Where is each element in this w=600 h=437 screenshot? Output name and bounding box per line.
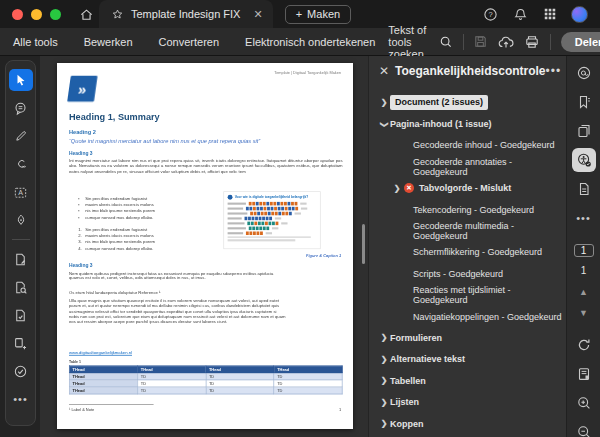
star-icon[interactable] (111, 8, 124, 21)
doc-figure: Voor wie is digitale toegankelijkheid be… (223, 191, 320, 249)
tree-item-koppen[interactable]: ❯ Koppen (369, 413, 566, 434)
tree-item-gecodeerde-multimedia[interactable]: Gecodeerde multimedia - Goedgekeurd (369, 220, 566, 241)
close-panel-icon[interactable]: ✕ (379, 64, 389, 78)
tree-item-navigatiekoppelingen[interactable]: Navigatiekoppelingen - Goedgekeurd (369, 306, 566, 327)
comment-tool-button[interactable] (9, 97, 33, 119)
scan-search-tool-button[interactable] (9, 276, 33, 298)
tree-item-formulieren[interactable]: ❯ Formulieren (369, 327, 566, 348)
tree-item-label: Pagina-inhoud (1 issue) (390, 119, 492, 129)
pdf-page[interactable]: Template | Digitaal Toegankelijk Maken »… (57, 63, 353, 429)
chevron-right-icon[interactable]: ❯ (378, 398, 390, 407)
search-input[interactable]: Tekst of tools zoeken (388, 24, 452, 60)
chevron-right-icon[interactable]: ❯ (378, 333, 390, 342)
select-tool-button[interactable] (9, 69, 33, 91)
tree-item-tekencodering[interactable]: Tekencodering - Goedgekeurd (369, 199, 566, 220)
minimize-window-button[interactable] (31, 9, 42, 20)
notifications-bell-icon[interactable] (511, 5, 529, 23)
accessibility-checker-panel: ✕ Toegankelijkheidscontrole ••• ❯ Docume… (368, 56, 566, 437)
chevron-right-icon[interactable]: ❯ (378, 98, 390, 107)
print-icon[interactable] (524, 33, 540, 51)
protect-document-tool-button[interactable] (9, 304, 33, 326)
draw-lasso-tool-button[interactable] (9, 153, 33, 175)
tree-item-alternatieve-tekst[interactable]: ❯ Alternatieve tekst (369, 349, 566, 370)
menu-alle-tools[interactable]: Alle tools (0, 36, 71, 48)
menu-converteren[interactable]: Converteren (146, 36, 233, 48)
tree-item-label: Lijsten (390, 397, 419, 407)
doc-heading2: Heading 2 (69, 129, 96, 135)
figure-logo-icon (228, 195, 233, 200)
vertical-scrollbar[interactable] (362, 224, 365, 264)
failed-status-icon: ✕ (404, 183, 414, 193)
save-icon[interactable] (473, 33, 488, 51)
help-icon[interactable]: ? (481, 5, 499, 23)
more-panels-button[interactable]: ••• (572, 206, 596, 230)
attachments-panel-button[interactable] (572, 177, 596, 201)
home-button[interactable] (73, 3, 99, 25)
table-cell: THead (69, 373, 137, 380)
highlight-pen-tool-button[interactable] (9, 125, 33, 147)
close-tab-icon[interactable]: ✕ (253, 8, 262, 21)
organize-pages-tool-button[interactable] (9, 332, 33, 354)
chevron-right-icon[interactable]: ❯ (378, 355, 390, 364)
comments-panel-button[interactable] (572, 61, 596, 85)
doc-hyperlink[interactable]: www.digitaaltoegankelijkmaken.nl (69, 351, 132, 355)
doc-table: THead THead THead THead THead TD TD TD (69, 365, 343, 394)
create-button[interactable]: + Maken (285, 5, 351, 24)
fill-sign-tool-button[interactable] (9, 209, 33, 231)
more-tools-button[interactable]: ••• (9, 388, 33, 410)
search-icon (439, 35, 453, 49)
doc-reference-line: Os etum hital landaeperia doluptatur Ref… (69, 290, 295, 294)
table-header-cell: THead (274, 366, 342, 373)
table-cell: TD (138, 380, 206, 387)
user-avatar[interactable] (571, 6, 588, 23)
tree-item-label: Reacties met tijdslimiet - Goedgekeurd (413, 285, 566, 305)
tree-item-schermflikkering[interactable]: Schermflikkering - Goedgekeurd (369, 242, 566, 263)
pages-panel-button[interactable] (572, 119, 596, 143)
table-cell: TD (138, 387, 206, 394)
doc-heading3: Heading 3 (69, 151, 93, 156)
tree-item-label: Formulieren (390, 333, 442, 343)
chevron-right-icon[interactable]: ❯ (378, 376, 390, 385)
accessibility-panel-button[interactable] (572, 148, 596, 172)
chevron-right-icon[interactable]: ❯ (378, 419, 390, 428)
page-display-settings-icon[interactable] (572, 362, 596, 386)
menu-elektronisch-ondertekenen[interactable]: Elektronisch ondertekenen (232, 36, 388, 48)
previous-page-chevron-icon[interactable]: ▲ (579, 287, 588, 297)
upload-cloud-icon[interactable] (498, 33, 514, 51)
table-cell: THead (69, 387, 137, 394)
share-button[interactable]: Delen (561, 32, 600, 52)
zoom-out-icon[interactable] (572, 420, 596, 437)
figure-fineprint (228, 236, 311, 238)
window-controls (0, 9, 73, 20)
left-tool-rail: A ••• (0, 56, 40, 437)
bookmarks-panel-button[interactable] (572, 90, 596, 114)
page-number-input[interactable]: 1 (574, 244, 594, 257)
tree-item-gecodeerde-inhoud[interactable]: Gecodeerde inhoud - Goedgekeurd (369, 135, 566, 156)
tree-item-pagina-inhoud[interactable]: ❯ Pagina-inhoud (1 issue) (369, 113, 566, 134)
menu-bewerken[interactable]: Bewerken (71, 36, 146, 48)
tree-item-gecodeerde-annotaties[interactable]: Gecodeerde annotaties - Goedgekeurd (369, 156, 566, 177)
svg-text:A: A (18, 189, 23, 196)
tree-item-lijsten[interactable]: ❯ Lijsten (369, 391, 566, 412)
edit-page-tool-button[interactable] (9, 248, 33, 270)
tree-item-document[interactable]: ❯ Document (2 issues) (369, 92, 566, 113)
tree-item-scripts[interactable]: Scripts - Goedgekeurd (369, 263, 566, 284)
tree-item-label: Gecodeerde annotaties - Goedgekeurd (413, 157, 566, 177)
select-text-tool-button[interactable]: A (9, 181, 33, 203)
apps-grid-icon[interactable] (541, 5, 559, 23)
tree-item-tabellen[interactable]: ❯ Tabellen (369, 370, 566, 391)
search-label: Tekst of tools zoeken (388, 24, 431, 60)
chevron-down-icon[interactable]: ❯ (380, 118, 389, 130)
tree-item-reacties-met-tijdslimiet[interactable]: Reacties met tijdslimiet - Goedgekeurd (369, 285, 566, 306)
next-page-chevron-icon[interactable]: ▼ (579, 308, 588, 318)
panel-options-icon[interactable]: ••• (546, 64, 562, 78)
toolbar-divider (463, 34, 464, 50)
check-circle-tool-button[interactable] (9, 360, 33, 382)
zoom-in-icon[interactable] (572, 391, 596, 415)
maximize-window-button[interactable] (50, 9, 61, 20)
close-window-button[interactable] (12, 9, 23, 20)
refresh-icon[interactable] (572, 333, 596, 357)
tree-item-tabvolgorde[interactable]: ❯ ✕ Tabvolgorde - Mislukt (369, 178, 566, 199)
chevron-right-icon[interactable]: ❯ (391, 184, 403, 193)
document-tab[interactable]: Template Indesign FIX ✕ (99, 0, 273, 28)
